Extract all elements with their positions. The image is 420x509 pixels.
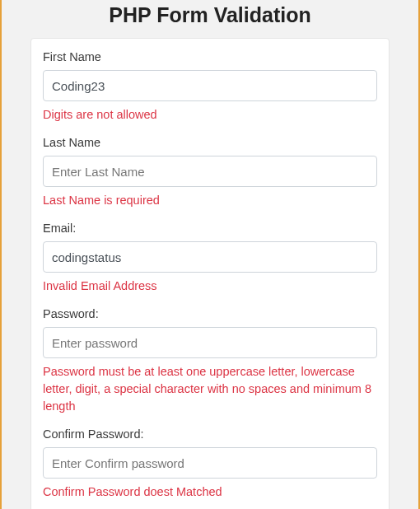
first-name-input[interactable] (43, 70, 377, 101)
email-label: Email: (43, 222, 377, 235)
page-wrap: PHP Form Validation First Name Digits ar… (0, 0, 420, 509)
confirm-password-input[interactable] (43, 447, 377, 479)
first-name-label: First Name (43, 50, 377, 63)
first-name-error: Digits are not allowed (43, 106, 377, 124)
password-error: Password must be at least one uppercase … (43, 363, 377, 415)
password-group: Password: Password must be at least one … (43, 307, 377, 415)
form-body: First Name Digits are not allowed Last N… (31, 39, 389, 509)
email-input[interactable] (43, 241, 377, 273)
page-title: PHP Form Validation (16, 0, 404, 38)
email-error: Invalid Email Address (43, 278, 377, 295)
last-name-error: Last Name is required (43, 192, 377, 209)
password-input[interactable] (43, 327, 377, 358)
password-label: Password: (43, 307, 377, 320)
confirm-password-error: Confirm Password doest Matched (43, 483, 377, 501)
email-group: Email: Invalid Email Address (43, 222, 377, 295)
form-card: First Name Digits are not allowed Last N… (30, 38, 390, 509)
first-name-group: First Name Digits are not allowed (43, 50, 377, 124)
last-name-label: Last Name (43, 136, 377, 149)
last-name-group: Last Name Last Name is required (43, 136, 377, 209)
last-name-input[interactable] (43, 156, 377, 187)
confirm-password-group: Confirm Password: Confirm Password doest… (43, 427, 377, 501)
confirm-password-label: Confirm Password: (43, 427, 377, 441)
